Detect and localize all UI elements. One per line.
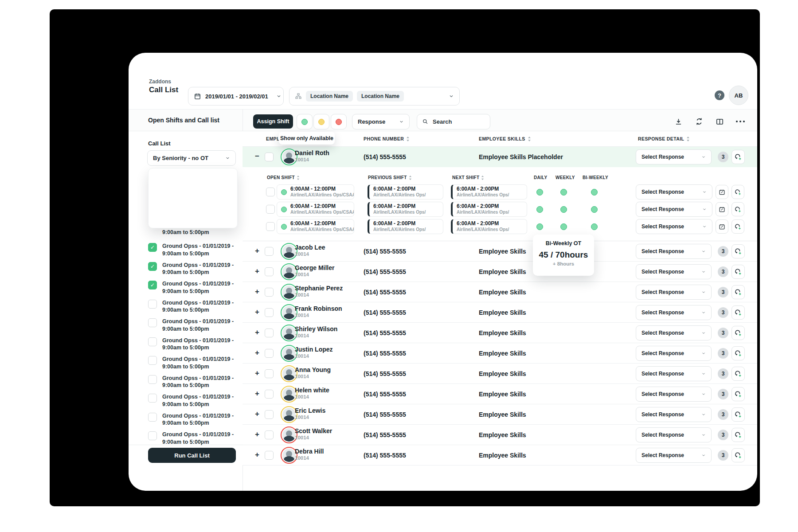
row-checkbox[interactable]: [265, 410, 274, 419]
expand-row-button[interactable]: +: [253, 389, 261, 398]
row-checkbox[interactable]: [265, 329, 274, 337]
select-response-dropdown[interactable]: Select Response: [636, 366, 712, 381]
shift-row-checkbox[interactable]: [266, 205, 275, 214]
call-again-button[interactable]: [732, 407, 745, 422]
call-again-button[interactable]: [732, 367, 745, 381]
refresh-icon[interactable]: [695, 117, 704, 126]
shift-item-label: Ground Opss - 01/01/2019 - 9:00am to 5:0…: [162, 412, 234, 427]
search-box[interactable]: [417, 114, 490, 129]
expand-row-button[interactable]: +: [253, 369, 261, 378]
select-response-dropdown[interactable]: Select Response: [636, 244, 712, 259]
subcolumn-previous-shift[interactable]: PREVIOUS SHIFT: [368, 175, 412, 180]
call-again-button[interactable]: [732, 219, 744, 234]
expand-row-button[interactable]: +: [253, 267, 261, 276]
expand-row-button[interactable]: +: [253, 450, 261, 459]
row-checkbox[interactable]: [265, 430, 274, 439]
call-again-button[interactable]: [732, 428, 745, 442]
select-response-dropdown[interactable]: Select Response: [636, 219, 712, 234]
select-response-dropdown[interactable]: Select Response: [636, 149, 712, 164]
call-again-button[interactable]: [732, 265, 745, 279]
select-response-dropdown[interactable]: Select Response: [636, 325, 712, 340]
assign-shift-button[interactable]: Assign Shift: [253, 114, 293, 129]
search-input[interactable]: [432, 118, 485, 125]
select-response-dropdown[interactable]: Select Response: [636, 346, 712, 361]
shift-checkbox[interactable]: [148, 413, 157, 422]
dropdown-option[interactable]: [151, 198, 235, 212]
call-list-select[interactable]: By Seniority - no OT: [147, 150, 236, 166]
select-response-dropdown[interactable]: Select Response: [636, 448, 712, 463]
select-response-dropdown[interactable]: Select Response: [636, 305, 712, 320]
shift-checkbox[interactable]: [148, 356, 157, 365]
shift-checkbox[interactable]: [148, 431, 157, 440]
row-checkbox[interactable]: [265, 451, 274, 460]
call-again-button[interactable]: [732, 285, 745, 299]
shift-checkbox[interactable]: [148, 375, 157, 384]
shift-item-label: Ground Opss - 01/01/2019 - 9:00am to 5:0…: [162, 337, 234, 352]
schedule-edit-button[interactable]: [716, 202, 728, 216]
expand-row-button[interactable]: +: [253, 348, 261, 357]
row-checkbox[interactable]: [265, 349, 274, 358]
row-checkbox[interactable]: [265, 267, 274, 276]
column-header-response[interactable]: RESPONSE DETAIL: [638, 136, 690, 141]
expand-row-button[interactable]: +: [253, 430, 261, 439]
select-response-dropdown[interactable]: Select Response: [636, 427, 712, 442]
select-response-dropdown[interactable]: Select Response: [636, 184, 712, 200]
open-shift-card[interactable]: 6:00AM - 12:00PM Airline/LAX/Airlines Op…: [277, 202, 354, 217]
schedule-edit-button[interactable]: [716, 219, 728, 234]
row-checkbox[interactable]: [265, 308, 274, 317]
call-again-button[interactable]: [732, 244, 745, 258]
run-call-list-button[interactable]: Run Call List: [148, 448, 236, 463]
call-again-button[interactable]: [732, 387, 745, 401]
shift-checkbox[interactable]: [148, 337, 157, 346]
column-header-phone[interactable]: PHONE NUMBER: [364, 136, 410, 141]
filter-unavailable-button[interactable]: [331, 114, 347, 129]
subcolumn-open-shift[interactable]: OPEN SHIFT: [267, 175, 300, 180]
shift-checkbox[interactable]: [148, 281, 157, 289]
shift-checkbox[interactable]: [148, 318, 157, 327]
row-checkbox[interactable]: [265, 369, 274, 378]
shift-checkbox[interactable]: [148, 262, 157, 271]
shift-row-checkbox[interactable]: [266, 188, 275, 196]
select-response-dropdown[interactable]: Select Response: [636, 264, 712, 279]
select-response-dropdown[interactable]: Select Response: [636, 202, 712, 217]
row-checkbox[interactable]: [265, 153, 274, 161]
call-again-button[interactable]: [732, 305, 745, 320]
dropdown-option[interactable]: [151, 184, 235, 198]
call-again-button[interactable]: [732, 448, 745, 462]
shift-row-checkbox[interactable]: [266, 222, 275, 231]
call-again-button[interactable]: [732, 202, 744, 216]
row-checkbox[interactable]: [265, 247, 274, 256]
row-checkbox[interactable]: [265, 390, 274, 399]
column-header-skills[interactable]: EMPLOYEE SKILLS: [479, 136, 531, 141]
collapse-row-button[interactable]: −: [253, 152, 261, 161]
open-shift-card[interactable]: 6:00AM - 12:00PM Airline/LAX/Airlines Op…: [277, 219, 354, 234]
call-again-button[interactable]: [732, 326, 745, 340]
expand-row-button[interactable]: +: [253, 246, 261, 255]
shift-checkbox[interactable]: [148, 300, 157, 309]
filter-maybe-button[interactable]: [313, 114, 329, 129]
subcolumn-next-shift[interactable]: NEXT SHIFT: [452, 175, 484, 180]
response-filter-select[interactable]: Response: [352, 114, 410, 129]
select-response-dropdown[interactable]: Select Response: [636, 407, 712, 422]
expand-row-button[interactable]: +: [253, 328, 261, 337]
schedule-edit-button[interactable]: [716, 185, 728, 199]
more-options-icon[interactable]: [736, 121, 745, 122]
download-icon[interactable]: [674, 117, 683, 126]
call-again-button[interactable]: [732, 346, 745, 360]
expand-row-button[interactable]: +: [253, 287, 261, 296]
open-shift-card[interactable]: 6:00AM - 12:00PM Airline/LAX/Airlines Op…: [277, 184, 354, 200]
call-again-button[interactable]: [732, 185, 744, 199]
expand-row-button[interactable]: +: [253, 410, 261, 419]
select-response-dropdown[interactable]: Select Response: [636, 387, 712, 402]
dropdown-option[interactable]: [151, 171, 235, 184]
select-response-dropdown[interactable]: Select Response: [636, 285, 712, 300]
employee-skills: Employee Skills: [479, 343, 526, 363]
filter-available-button[interactable]: [297, 114, 313, 129]
shift-checkbox[interactable]: [148, 394, 157, 403]
row-checkbox[interactable]: [265, 288, 274, 297]
dropdown-option[interactable]: [151, 212, 235, 226]
expand-row-button[interactable]: +: [253, 308, 261, 317]
call-again-button[interactable]: [732, 150, 745, 164]
columns-icon[interactable]: [716, 117, 724, 126]
shift-checkbox[interactable]: [148, 243, 157, 252]
